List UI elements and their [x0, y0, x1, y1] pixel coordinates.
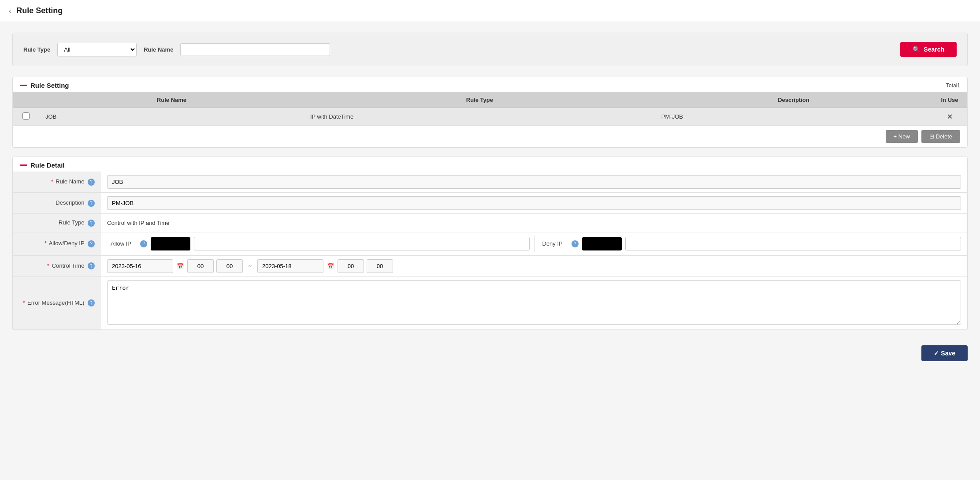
end-calendar-icon[interactable]: 📅: [327, 263, 334, 269]
rule-name-help-icon: ?: [88, 179, 95, 186]
detail-row-description: Description ?: [13, 193, 967, 214]
search-panel: Rule Type All IP with DateTime IP Only D…: [12, 33, 968, 66]
allow-ip-label: Allow IP: [107, 240, 135, 247]
rule-detail-title: Rule Detail: [20, 161, 65, 169]
time-help-icon: ?: [88, 262, 95, 269]
col-rule-name: Rule Name: [39, 92, 304, 108]
rule-type-value-cell: Control with IP and Time: [101, 214, 967, 232]
table-row[interactable]: JOB IP with DateTime PM-JOB ✕: [13, 108, 967, 126]
rule-name-label: Rule Name: [144, 46, 173, 53]
start-date-input[interactable]: [107, 259, 173, 273]
control-time-value-cell: 📅 ～ 📅: [101, 255, 967, 276]
error-help-icon: ?: [88, 299, 95, 306]
row-in-use: ✕: [932, 108, 967, 126]
row-rule-type: IP with DateTime: [304, 108, 655, 126]
detail-row-rule-type: Rule Type ? Control with IP and Time: [13, 214, 967, 232]
rule-table: Rule Name Rule Type Description In Use J…: [13, 92, 967, 126]
time-required-star: *: [47, 262, 49, 269]
detail-row-error-message: * Error Message(HTML) ? Error: [13, 276, 967, 329]
time-range-tilde: ～: [247, 262, 253, 270]
allow-ip-section: Allow IP ?: [107, 237, 530, 250]
section-title-bar: [20, 85, 27, 86]
control-time-label-cell: * Control Time ?: [13, 255, 101, 276]
start-calendar-icon[interactable]: 📅: [177, 263, 184, 269]
rule-type-help-icon: ?: [88, 220, 95, 227]
col-checkbox: [13, 92, 39, 108]
deny-ip-input[interactable]: [625, 237, 961, 250]
detail-row-ip: * Allow/Deny IP ? Allow IP ?: [13, 232, 967, 255]
allow-ip-black-block: [151, 237, 190, 250]
error-message-label-cell: * Error Message(HTML) ?: [13, 276, 101, 329]
footer-actions: ✓ Save: [12, 341, 968, 366]
ip-required-star: *: [45, 240, 47, 247]
rule-name-label-cell: * Rule Name ?: [13, 172, 101, 193]
error-message-textarea[interactable]: Error: [107, 280, 961, 325]
rule-type-label-cell: Rule Type ?: [13, 214, 101, 232]
detail-row-rule-name: * Rule Name ?: [13, 172, 967, 193]
description-help-icon: ?: [88, 200, 95, 207]
ip-divider: [534, 236, 535, 252]
section-title: Rule Setting: [20, 82, 69, 89]
ip-label-cell: * Allow/Deny IP ?: [13, 232, 101, 255]
rule-detail-section: Rule Detail * Rule Name ?: [12, 157, 968, 330]
rule-name-search-input[interactable]: [180, 43, 330, 56]
rule-name-value-cell: [101, 172, 967, 193]
start-hour-input[interactable]: [187, 259, 214, 273]
row-description: PM-JOB: [655, 108, 932, 126]
ip-value-cell: Allow IP ? Deny IP ?: [101, 232, 967, 255]
table-actions: + New ⊟ Delete: [13, 126, 967, 147]
col-rule-type: Rule Type: [304, 92, 655, 108]
rule-type-label: Rule Type: [23, 46, 50, 53]
rule-setting-section: Rule Setting Total1 Rule Name Rule Type …: [12, 77, 968, 148]
row-rule-name: JOB: [39, 108, 304, 126]
row-checkbox-cell[interactable]: [13, 108, 39, 126]
end-date-input[interactable]: [257, 259, 323, 273]
description-value-cell: [101, 193, 967, 214]
page-header: ‹ Rule Setting: [0, 0, 980, 22]
page-title: Rule Setting: [16, 6, 63, 15]
ip-row: Allow IP ? Deny IP ?: [107, 236, 961, 252]
ip-help-icon: ?: [88, 240, 95, 247]
in-use-x-icon: ✕: [947, 113, 953, 120]
end-minute-input[interactable]: [367, 259, 393, 273]
deny-ip-black-block: [582, 237, 622, 250]
detail-row-control-time: * Control Time ? 📅 ～ 📅: [13, 255, 967, 276]
error-required-star: *: [22, 299, 25, 306]
rule-name-input[interactable]: [107, 175, 961, 189]
required-star: *: [51, 178, 53, 185]
col-description: Description: [655, 92, 932, 108]
section-header: Rule Setting Total1: [13, 77, 967, 92]
allow-ip-input[interactable]: [194, 237, 530, 250]
deny-ip-section: Deny IP ?: [539, 237, 961, 250]
description-input[interactable]: [107, 196, 961, 210]
deny-ip-help-icon: ?: [572, 240, 579, 247]
total-label: Total1: [946, 82, 960, 89]
rule-type-text: Control with IP and Time: [107, 218, 169, 228]
search-button[interactable]: 🔍 Search: [900, 42, 957, 57]
allow-ip-help-icon: ?: [140, 240, 147, 247]
main-content: Rule Type All IP with DateTime IP Only D…: [0, 22, 980, 480]
rule-type-select[interactable]: All IP with DateTime IP Only DateTime On…: [57, 43, 137, 56]
search-icon: 🔍: [913, 46, 920, 53]
col-in-use: In Use: [932, 92, 967, 108]
detail-table: * Rule Name ? Description ?: [13, 172, 967, 330]
time-row: 📅 ～ 📅: [107, 259, 961, 273]
back-button[interactable]: ‹: [9, 7, 11, 15]
save-button[interactable]: ✓ Save: [921, 345, 968, 361]
description-label-cell: Description ?: [13, 193, 101, 214]
delete-button[interactable]: ⊟ Delete: [921, 130, 960, 143]
new-button[interactable]: + New: [886, 130, 918, 143]
start-minute-input[interactable]: [216, 259, 243, 273]
row-checkbox[interactable]: [22, 112, 30, 120]
rule-detail-header: Rule Detail: [13, 157, 967, 172]
deny-ip-label: Deny IP: [539, 240, 566, 247]
rule-detail-title-bar: [20, 164, 27, 166]
error-message-value-cell: Error: [101, 276, 967, 329]
end-hour-input[interactable]: [338, 259, 364, 273]
